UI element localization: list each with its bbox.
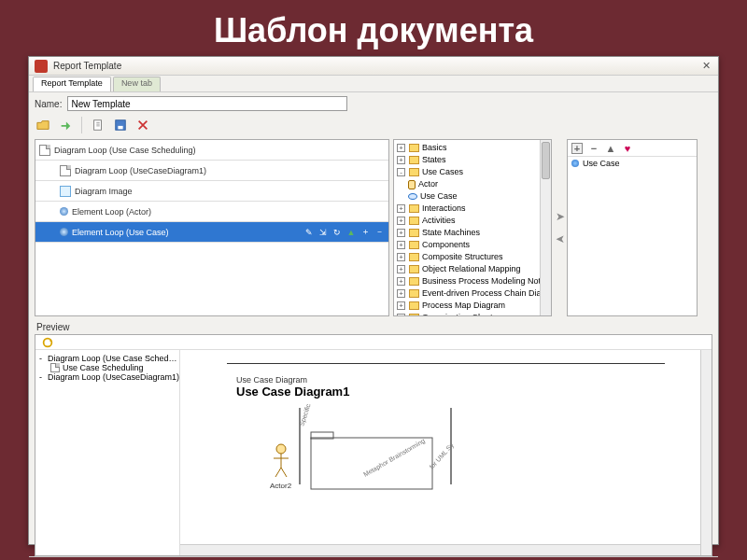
tree-item[interactable]: +Activities xyxy=(397,215,548,227)
row-add-icon[interactable]: ＋ xyxy=(359,227,371,238)
svg-point-6 xyxy=(276,444,286,454)
row-remove-icon[interactable]: － xyxy=(374,227,385,238)
selected-item-label: Use Case xyxy=(583,159,620,168)
tab-secondary[interactable]: New tab xyxy=(113,77,161,91)
expand-icon[interactable]: + xyxy=(397,314,405,316)
tab-report-template[interactable]: Report Template xyxy=(33,77,111,91)
open-folder-icon[interactable] xyxy=(35,117,51,133)
loop-row[interactable]: Diagram Loop (Use Case Scheduling) xyxy=(35,140,388,161)
loop-row-selected[interactable]: Element Loop (Use Case) ✎ ⇲ ↻ ▲ ＋ － xyxy=(35,222,388,243)
actor-icon xyxy=(408,180,416,189)
tree-label: Use Cases xyxy=(422,166,463,178)
expand-icon[interactable]: + xyxy=(397,289,405,298)
tree-item[interactable]: +Interactions xyxy=(397,203,548,215)
folder-icon xyxy=(409,301,419,310)
element-icon xyxy=(571,160,579,167)
row-link-icon[interactable]: ⇲ xyxy=(317,227,329,238)
save-icon[interactable] xyxy=(112,117,129,133)
selected-item[interactable]: Use Case xyxy=(568,157,697,170)
panels-row: Diagram Loop (Use Case Scheduling) Diagr… xyxy=(29,139,718,316)
refresh-preview-icon[interactable] xyxy=(39,334,56,351)
row-refresh-icon[interactable]: ↻ xyxy=(331,227,343,238)
tree-item[interactable]: Actor xyxy=(408,178,548,190)
expand-icon[interactable]: + xyxy=(397,204,405,213)
expand-icon[interactable]: + xyxy=(397,144,405,152)
actor-label: Actor2 xyxy=(270,482,292,490)
collapse-icon[interactable]: - xyxy=(39,354,42,363)
add-button[interactable]: + xyxy=(571,143,583,154)
tree-item[interactable]: +Organization Chart xyxy=(397,312,548,316)
tree-item[interactable]: +Process Map Diagram xyxy=(397,300,548,312)
move-up-button[interactable]: ▲ xyxy=(605,143,616,154)
app-icon xyxy=(35,60,48,73)
tree-label: Interactions xyxy=(422,203,466,215)
expand-icon[interactable]: + xyxy=(397,277,405,286)
tree-label: Actor xyxy=(418,178,438,190)
delete-icon[interactable] xyxy=(134,117,151,133)
svg-text:Specification Pr: Specification Pr xyxy=(298,404,319,427)
window-title: Report Template xyxy=(53,61,699,71)
svg-text:Metaphor Brainstorming: Metaphor Brainstorming xyxy=(362,437,427,478)
tree-item[interactable]: -Use Cases xyxy=(397,166,548,178)
heart-icon[interactable]: ♥ xyxy=(622,143,633,154)
expand-icon[interactable]: + xyxy=(397,217,405,225)
tree-label: Object Relational Mapping xyxy=(422,263,521,275)
use-case-icon xyxy=(408,193,417,200)
new-doc-icon[interactable] xyxy=(90,117,106,133)
tree-scrollbar[interactable] xyxy=(540,140,551,315)
expand-icon[interactable]: + xyxy=(397,301,405,310)
expand-icon[interactable]: + xyxy=(397,253,405,261)
loop-row[interactable]: Diagram Image xyxy=(35,181,388,202)
tree-item[interactable]: +Object Relational Mapping xyxy=(397,263,548,275)
tree-label: Activities xyxy=(422,215,456,227)
expand-icon[interactable]: + xyxy=(397,265,405,273)
row-up-icon[interactable]: ▲ xyxy=(345,227,357,238)
tree-item[interactable]: +Event-driven Process Chain Diag xyxy=(397,287,548,300)
preview-h-scrollbar[interactable] xyxy=(180,544,700,555)
name-input[interactable] xyxy=(67,96,347,111)
tree-item[interactable]: +State Machines xyxy=(397,227,548,239)
document-icon xyxy=(60,165,71,176)
tree-label: States xyxy=(422,154,446,166)
slide-title: Шаблон документа xyxy=(28,11,719,50)
preview-v-scrollbar[interactable] xyxy=(700,350,712,555)
collapse-icon[interactable]: - xyxy=(39,372,42,382)
preview-tree-item[interactable]: - Diagram Loop (Use Case Sched… xyxy=(39,354,176,363)
expand-icon[interactable]: - xyxy=(397,168,405,176)
tree-item[interactable]: +Basics xyxy=(397,142,548,154)
folder-icon xyxy=(409,314,419,316)
expand-icon[interactable]: + xyxy=(397,241,405,249)
window-close-button[interactable]: ✕ xyxy=(699,60,712,73)
loop-row[interactable]: Diagram Loop (UseCaseDiagram1) xyxy=(35,161,388,181)
titlebar: Report Template ✕ xyxy=(29,57,718,76)
preview-document: Use Case Diagram Use Case Diagram1 Actor… xyxy=(180,350,712,555)
row-edit-icon[interactable]: ✎ xyxy=(303,227,315,238)
move-left-icon[interactable]: ➤ xyxy=(556,232,565,245)
tree-item[interactable]: +Components xyxy=(397,239,548,251)
tree-label: Event-driven Process Chain Diag xyxy=(422,287,546,300)
loop-row[interactable]: Element Loop (Actor) xyxy=(35,202,388,222)
tree-label: Organization Chart xyxy=(422,312,493,316)
tree-label: Composite Structures xyxy=(422,251,503,263)
name-label: Name: xyxy=(35,99,62,109)
move-right-icon[interactable]: ➤ xyxy=(556,210,565,223)
preview-tree-item[interactable]: Use Case Scheduling xyxy=(50,363,176,372)
toolbar-separator xyxy=(81,117,82,133)
document-icon xyxy=(39,145,50,156)
tree-label: Use Case Scheduling xyxy=(63,363,144,372)
preview-tree-item[interactable]: - Diagram Loop (UseCaseDiagram1) xyxy=(39,372,176,382)
loop-list: Diagram Loop (Use Case Scheduling) Diagr… xyxy=(35,139,389,316)
tree-item[interactable]: +States xyxy=(397,154,548,166)
svg-rect-0 xyxy=(94,120,102,131)
remove-button[interactable]: − xyxy=(588,143,599,154)
tree-item[interactable]: Use Case xyxy=(408,190,548,203)
preview-label: Preview xyxy=(29,316,718,334)
tree-label: Process Map Diagram xyxy=(422,300,505,312)
loop-row-label: Element Loop (Actor) xyxy=(72,207,151,217)
tree-label: Components xyxy=(422,239,470,251)
tree-item[interactable]: +Composite Structures xyxy=(397,251,548,263)
tree-item[interactable]: +Business Process Modeling Notat xyxy=(397,275,548,287)
expand-icon[interactable]: + xyxy=(397,156,405,164)
export-icon[interactable] xyxy=(57,117,74,133)
expand-icon[interactable]: + xyxy=(397,229,405,237)
